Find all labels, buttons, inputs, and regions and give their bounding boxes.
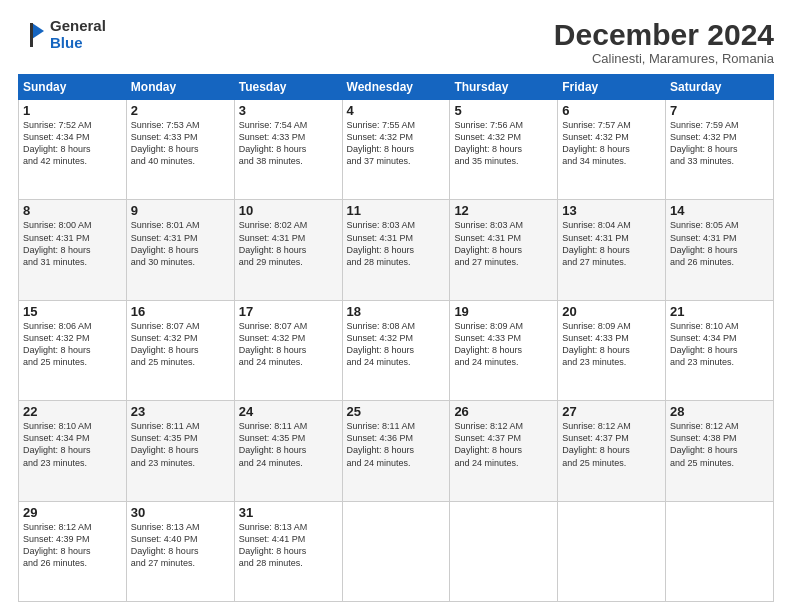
day-info: Sunrise: 7:54 AM Sunset: 4:33 PM Dayligh… (239, 119, 338, 168)
weekday-header-row: SundayMondayTuesdayWednesdayThursdayFrid… (19, 75, 774, 100)
logo-text: General Blue (50, 18, 106, 51)
day-number: 26 (454, 404, 553, 419)
day-number: 21 (670, 304, 769, 319)
weekday-header-saturday: Saturday (666, 75, 774, 100)
day-info: Sunrise: 8:12 AM Sunset: 4:37 PM Dayligh… (562, 420, 661, 469)
page: General Blue December 2024 Calinesti, Ma… (0, 0, 792, 612)
calendar-cell: 17Sunrise: 8:07 AM Sunset: 4:32 PM Dayli… (234, 300, 342, 400)
day-number: 11 (347, 203, 446, 218)
weekday-header-tuesday: Tuesday (234, 75, 342, 100)
day-info: Sunrise: 8:12 AM Sunset: 4:38 PM Dayligh… (670, 420, 769, 469)
calendar-cell: 24Sunrise: 8:11 AM Sunset: 4:35 PM Dayli… (234, 401, 342, 501)
logo-blue: Blue (50, 35, 106, 52)
day-number: 27 (562, 404, 661, 419)
day-info: Sunrise: 8:11 AM Sunset: 4:35 PM Dayligh… (131, 420, 230, 469)
day-info: Sunrise: 8:07 AM Sunset: 4:32 PM Dayligh… (239, 320, 338, 369)
title-block: December 2024 Calinesti, Maramures, Roma… (554, 18, 774, 66)
calendar-cell: 26Sunrise: 8:12 AM Sunset: 4:37 PM Dayli… (450, 401, 558, 501)
calendar-cell: 14Sunrise: 8:05 AM Sunset: 4:31 PM Dayli… (666, 200, 774, 300)
day-number: 13 (562, 203, 661, 218)
calendar-cell: 11Sunrise: 8:03 AM Sunset: 4:31 PM Dayli… (342, 200, 450, 300)
day-number: 24 (239, 404, 338, 419)
day-number: 8 (23, 203, 122, 218)
day-info: Sunrise: 8:00 AM Sunset: 4:31 PM Dayligh… (23, 219, 122, 268)
logo-icon (18, 21, 46, 49)
day-info: Sunrise: 7:52 AM Sunset: 4:34 PM Dayligh… (23, 119, 122, 168)
day-info: Sunrise: 8:06 AM Sunset: 4:32 PM Dayligh… (23, 320, 122, 369)
day-info: Sunrise: 8:11 AM Sunset: 4:35 PM Dayligh… (239, 420, 338, 469)
calendar-cell (450, 501, 558, 601)
day-number: 14 (670, 203, 769, 218)
month-title: December 2024 (554, 18, 774, 51)
day-info: Sunrise: 8:03 AM Sunset: 4:31 PM Dayligh… (347, 219, 446, 268)
calendar-cell: 19Sunrise: 8:09 AM Sunset: 4:33 PM Dayli… (450, 300, 558, 400)
calendar-cell (558, 501, 666, 601)
weekday-header-thursday: Thursday (450, 75, 558, 100)
calendar-cell: 9Sunrise: 8:01 AM Sunset: 4:31 PM Daylig… (126, 200, 234, 300)
day-info: Sunrise: 8:04 AM Sunset: 4:31 PM Dayligh… (562, 219, 661, 268)
calendar-cell: 21Sunrise: 8:10 AM Sunset: 4:34 PM Dayli… (666, 300, 774, 400)
calendar-cell: 1Sunrise: 7:52 AM Sunset: 4:34 PM Daylig… (19, 100, 127, 200)
calendar-table: SundayMondayTuesdayWednesdayThursdayFrid… (18, 74, 774, 602)
day-number: 1 (23, 103, 122, 118)
day-number: 16 (131, 304, 230, 319)
calendar-cell: 23Sunrise: 8:11 AM Sunset: 4:35 PM Dayli… (126, 401, 234, 501)
calendar-cell: 31Sunrise: 8:13 AM Sunset: 4:41 PM Dayli… (234, 501, 342, 601)
day-number: 6 (562, 103, 661, 118)
day-number: 17 (239, 304, 338, 319)
day-info: Sunrise: 8:10 AM Sunset: 4:34 PM Dayligh… (670, 320, 769, 369)
calendar-week-row-3: 15Sunrise: 8:06 AM Sunset: 4:32 PM Dayli… (19, 300, 774, 400)
day-number: 18 (347, 304, 446, 319)
calendar-cell (342, 501, 450, 601)
day-info: Sunrise: 8:08 AM Sunset: 4:32 PM Dayligh… (347, 320, 446, 369)
day-number: 28 (670, 404, 769, 419)
weekday-header-sunday: Sunday (19, 75, 127, 100)
calendar-cell: 16Sunrise: 8:07 AM Sunset: 4:32 PM Dayli… (126, 300, 234, 400)
calendar-cell: 2Sunrise: 7:53 AM Sunset: 4:33 PM Daylig… (126, 100, 234, 200)
calendar-cell: 4Sunrise: 7:55 AM Sunset: 4:32 PM Daylig… (342, 100, 450, 200)
weekday-header-monday: Monday (126, 75, 234, 100)
day-info: Sunrise: 8:10 AM Sunset: 4:34 PM Dayligh… (23, 420, 122, 469)
day-info: Sunrise: 7:59 AM Sunset: 4:32 PM Dayligh… (670, 119, 769, 168)
day-info: Sunrise: 8:12 AM Sunset: 4:39 PM Dayligh… (23, 521, 122, 570)
day-number: 7 (670, 103, 769, 118)
day-info: Sunrise: 7:57 AM Sunset: 4:32 PM Dayligh… (562, 119, 661, 168)
calendar-cell: 3Sunrise: 7:54 AM Sunset: 4:33 PM Daylig… (234, 100, 342, 200)
day-number: 15 (23, 304, 122, 319)
calendar-cell: 30Sunrise: 8:13 AM Sunset: 4:40 PM Dayli… (126, 501, 234, 601)
calendar-cell: 7Sunrise: 7:59 AM Sunset: 4:32 PM Daylig… (666, 100, 774, 200)
calendar-week-row-4: 22Sunrise: 8:10 AM Sunset: 4:34 PM Dayli… (19, 401, 774, 501)
day-info: Sunrise: 7:56 AM Sunset: 4:32 PM Dayligh… (454, 119, 553, 168)
calendar-week-row-1: 1Sunrise: 7:52 AM Sunset: 4:34 PM Daylig… (19, 100, 774, 200)
day-info: Sunrise: 8:09 AM Sunset: 4:33 PM Dayligh… (454, 320, 553, 369)
day-number: 23 (131, 404, 230, 419)
day-number: 4 (347, 103, 446, 118)
calendar-cell: 29Sunrise: 8:12 AM Sunset: 4:39 PM Dayli… (19, 501, 127, 601)
day-number: 22 (23, 404, 122, 419)
header: General Blue December 2024 Calinesti, Ma… (18, 18, 774, 66)
day-info: Sunrise: 7:53 AM Sunset: 4:33 PM Dayligh… (131, 119, 230, 168)
logo-general: General (50, 18, 106, 35)
day-info: Sunrise: 8:07 AM Sunset: 4:32 PM Dayligh… (131, 320, 230, 369)
calendar-cell: 18Sunrise: 8:08 AM Sunset: 4:32 PM Dayli… (342, 300, 450, 400)
day-number: 19 (454, 304, 553, 319)
day-number: 3 (239, 103, 338, 118)
calendar-cell: 25Sunrise: 8:11 AM Sunset: 4:36 PM Dayli… (342, 401, 450, 501)
location-subtitle: Calinesti, Maramures, Romania (554, 51, 774, 66)
day-info: Sunrise: 8:02 AM Sunset: 4:31 PM Dayligh… (239, 219, 338, 268)
svg-marker-0 (32, 23, 44, 39)
calendar-cell: 22Sunrise: 8:10 AM Sunset: 4:34 PM Dayli… (19, 401, 127, 501)
svg-rect-1 (30, 23, 33, 47)
weekday-header-friday: Friday (558, 75, 666, 100)
day-info: Sunrise: 8:09 AM Sunset: 4:33 PM Dayligh… (562, 320, 661, 369)
calendar-cell: 20Sunrise: 8:09 AM Sunset: 4:33 PM Dayli… (558, 300, 666, 400)
day-number: 30 (131, 505, 230, 520)
day-number: 10 (239, 203, 338, 218)
day-number: 2 (131, 103, 230, 118)
calendar-cell: 15Sunrise: 8:06 AM Sunset: 4:32 PM Dayli… (19, 300, 127, 400)
calendar-cell: 10Sunrise: 8:02 AM Sunset: 4:31 PM Dayli… (234, 200, 342, 300)
weekday-header-wednesday: Wednesday (342, 75, 450, 100)
calendar-cell: 8Sunrise: 8:00 AM Sunset: 4:31 PM Daylig… (19, 200, 127, 300)
day-number: 31 (239, 505, 338, 520)
day-info: Sunrise: 7:55 AM Sunset: 4:32 PM Dayligh… (347, 119, 446, 168)
